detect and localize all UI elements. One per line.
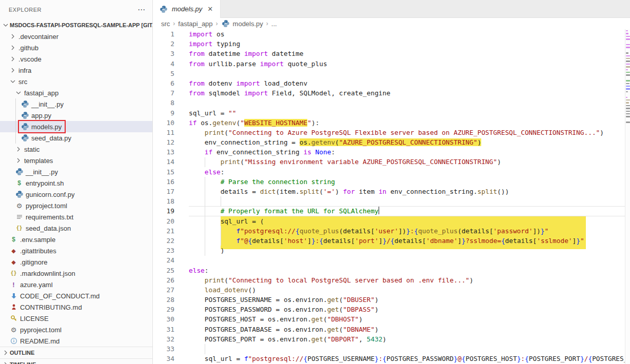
tree-item--env-sample[interactable]: $.env.sample — [0, 234, 152, 245]
code-line-33[interactable]: 33 — [153, 344, 630, 354]
tree-item-fastapi-app[interactable]: fastapi_app — [0, 87, 152, 98]
tree-item-templates[interactable]: templates — [0, 155, 152, 166]
md-red-file-icon — [9, 303, 18, 311]
breadcrumb-item--[interactable]: ... — [271, 20, 277, 28]
file-entry: src — [17, 77, 29, 86]
minimap-line-mark — [626, 88, 630, 89]
code-line-34[interactable]: 34 sql_url = f"postgresql://{POSTGRES_US… — [153, 354, 630, 363]
code-line-2[interactable]: 2import typing — [153, 39, 630, 49]
code-line-1[interactable]: 1import os — [153, 29, 630, 39]
code-line-3[interactable]: 3from datetime import datetime — [153, 49, 630, 58]
code-line-25[interactable]: 25else: — [153, 266, 630, 275]
line-content: print("Connecting to local PostgreSQL se… — [189, 275, 630, 285]
code-line-32[interactable]: 32 POSTGRES_PORT = os.environ.get("DBPOR… — [153, 334, 630, 344]
code-line-20[interactable]: 20 sql_url = ( — [153, 216, 630, 226]
file-entry: static — [23, 145, 42, 154]
close-tab-icon[interactable]: ✕ — [206, 5, 214, 13]
file-entry: __init__.py — [14, 167, 60, 176]
line-content — [189, 69, 630, 78]
text-cursor — [379, 207, 380, 214]
tree-item-readme-md[interactable]: README.md — [0, 335, 152, 347]
breadcrumb-item-src[interactable]: src — [161, 20, 170, 28]
code-line-4[interactable]: 4from urllib.parse import quote_plus — [153, 59, 630, 69]
code-line-10[interactable]: 10if os.getenv("WEBSITE_HOSTNAME"): — [153, 118, 630, 128]
tree-item-pyproject-toml[interactable]: ⚙pyproject.toml — [0, 200, 152, 211]
code-line-18[interactable]: 18 — [153, 196, 630, 206]
tree-item--devcontainer[interactable]: .devcontainer — [0, 31, 152, 42]
tree-item--gitattributes[interactable]: ◆.gitattributes — [0, 245, 152, 256]
minimap-line-mark — [626, 99, 630, 100]
code-line-9[interactable]: 9sql_url = "" — [153, 108, 630, 118]
code-line-23[interactable]: 23 ) — [153, 246, 630, 255]
code-line-15[interactable]: 15 else: — [153, 167, 630, 177]
tab-models-py[interactable]: models.py ✕ — [153, 0, 221, 18]
code-line-28[interactable]: 28 POSTGRES_USERNAME = os.environ.get("D… — [153, 295, 630, 305]
minimap-line-mark — [626, 44, 630, 45]
line-number: 8 — [153, 98, 189, 108]
code-line-8[interactable]: 8 — [153, 98, 630, 108]
minimap-line-mark — [626, 64, 630, 65]
code-line-26[interactable]: 26 print("Connecting to local PostgreSQL… — [153, 275, 630, 285]
editor-tab-bar: models.py ✕ — [153, 0, 630, 18]
code-line-17[interactable]: 17 details = dict(item.split('=') for it… — [153, 187, 630, 196]
python-file-icon — [20, 134, 30, 142]
more-actions-icon[interactable]: ⋯ — [137, 7, 145, 12]
code-line-14[interactable]: 14 print("Missing environment variable A… — [153, 157, 630, 167]
code-line-12[interactable]: 12 env_connection_string = os.getenv("AZ… — [153, 137, 630, 147]
section-timeline[interactable]: TIMELINE — [0, 358, 152, 364]
minimap-line-mark — [626, 55, 630, 56]
tree-item-seed-data-py[interactable]: seed_data.py — [0, 132, 152, 144]
file-label: CODE_OF_CONDUCT.md — [18, 292, 100, 300]
code-line-30[interactable]: 30 POSTGRES_HOST = os.environ.get("DBHOS… — [153, 314, 630, 324]
tree-item-license[interactable]: LICENSE — [0, 313, 152, 324]
yaml-file-icon: ! — [9, 281, 18, 288]
workspace-root-folder[interactable]: MSDOCS-FASTAPI-POSTGRESQL-SAMPLE-APP [GI… — [0, 19, 152, 31]
tree-item-pyproject-toml[interactable]: ⚙pyproject.toml — [0, 324, 152, 335]
code-line-13[interactable]: 13 if env_connection_string is None: — [153, 147, 630, 157]
code-line-19[interactable]: 19 # Properly format the URL for SQLAlch… — [153, 206, 630, 216]
python-file-icon — [20, 123, 30, 131]
code-line-16[interactable]: 16 # Parse the connection string — [153, 177, 630, 187]
minimap[interactable] — [625, 29, 630, 364]
chevron-down-icon — [2, 21, 10, 29]
file-label: .gitignore — [18, 258, 47, 266]
code-line-27[interactable]: 27 load_dotenv() — [153, 285, 630, 295]
section-outline[interactable]: OUTLINE — [0, 347, 152, 358]
code-line-5[interactable]: 5 — [153, 69, 630, 78]
tree-item-models-py[interactable]: models.py — [0, 121, 152, 132]
tree-item--gitignore[interactable]: ◆.gitignore — [0, 256, 152, 268]
line-number: 4 — [153, 59, 189, 69]
code-line-21[interactable]: 21 f"postgresql://{quote_plus(details['u… — [153, 226, 630, 236]
tree-item-gunicorn-conf-py[interactable]: gunicorn.conf.py — [0, 189, 152, 200]
tree-item--init-py[interactable]: __init__.py — [0, 166, 152, 177]
file-entry: $.env.sample — [9, 235, 57, 244]
breadcrumb-item-fastapi-app[interactable]: fastapi_app — [178, 20, 212, 28]
tree-item-src[interactable]: src — [0, 76, 152, 87]
chevron-right-icon — [14, 156, 23, 165]
code-line-6[interactable]: 6from dotenv import load_dotenv — [153, 78, 630, 88]
tree-item-requirements-txt[interactable]: requirements.txt — [0, 211, 152, 223]
code-line-7[interactable]: 7from sqlmodel import Field, SQLModel, c… — [153, 88, 630, 98]
tree-item-infra[interactable]: infra — [0, 65, 152, 76]
line-content: load_dotenv() — [189, 285, 630, 295]
code-line-31[interactable]: 31 POSTGRES_DATABASE = os.environ.get("D… — [153, 325, 630, 334]
tree-item-azure-yaml[interactable]: !azure.yaml — [0, 279, 152, 290]
breadcrumb-item-models-py[interactable]: models.py — [221, 19, 263, 28]
line-content: sql_url = f"postgresql://{POSTGRES_USERN… — [189, 354, 630, 363]
code-line-29[interactable]: 29 POSTGRES_PASSWORD = os.environ.get("D… — [153, 305, 630, 314]
tree-item-app-py[interactable]: app.py — [0, 110, 152, 121]
tree-item--markdownlint-json[interactable]: {}.markdownlint.json — [0, 268, 152, 279]
code-line-22[interactable]: 22 f"@{details['host']}:{details['port']… — [153, 236, 630, 246]
tree-item--vscode[interactable]: .vscode — [0, 53, 152, 65]
tree-item-entrypoint-sh[interactable]: $entrypoint.sh — [0, 177, 152, 189]
line-number: 32 — [153, 334, 189, 344]
code-line-24[interactable]: 24 — [153, 255, 630, 265]
tree-item--github[interactable]: .github — [0, 42, 152, 53]
tree-item-contributing-md[interactable]: CONTRIBUTING.md — [0, 301, 152, 313]
tree-item-static[interactable]: static — [0, 144, 152, 155]
tree-item-code-of-conduct-md[interactable]: CODE_OF_CONDUCT.md — [0, 290, 152, 301]
code-line-11[interactable]: 11 print("Connecting to Azure PostgreSQL… — [153, 128, 630, 137]
code-editor[interactable]: 1import os2import typing3from datetime i… — [153, 29, 630, 364]
tree-item-seed-data-json[interactable]: {}seed_data.json — [0, 223, 152, 234]
tree-item--init-py[interactable]: __init__.py — [0, 98, 152, 110]
